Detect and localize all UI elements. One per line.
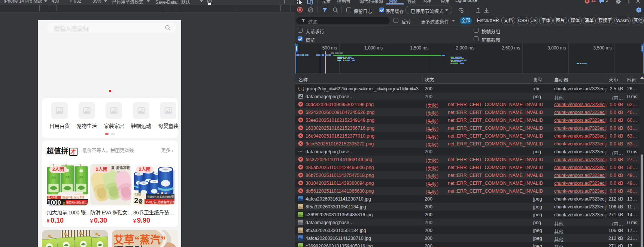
svg-text:暖足贴: 暖足贴 (113, 246, 145, 247)
svg-text:64mm×135mm/型: 64mm×135mm/型 (148, 195, 174, 199)
svg-text:实惠装: 实惠装 (134, 193, 141, 196)
svg-text:清风: 清风 (79, 175, 83, 179)
svg-text:清风: 清风 (65, 175, 70, 179)
svg-text:张: 张 (63, 201, 66, 205)
svg-text:150g/卷 适纳各种装修: 150g/卷 适纳各种装修 (146, 200, 174, 204)
svg-text:无荧光剂添加 原生木浆: 无荧光剂添加 原生木浆 (66, 201, 88, 204)
svg-text:'快'纸Y5折 家元专享: '快'纸Y5折 家元专享 (62, 195, 85, 199)
svg-text:清风: 清风 (51, 176, 56, 179)
svg-text:1000: 1000 (47, 199, 61, 205)
svg-text:夏. 舒适凉鞋: 夏. 舒适凉鞋 (111, 165, 130, 170)
svg-text:2卷: 2卷 (134, 196, 143, 205)
svg-text:艾草“蒸汽”: 艾草“蒸汽” (113, 234, 166, 246)
svg-text:加大补量: 加大补量 (48, 195, 58, 199)
svg-text:{:}: {:} (298, 87, 304, 91)
